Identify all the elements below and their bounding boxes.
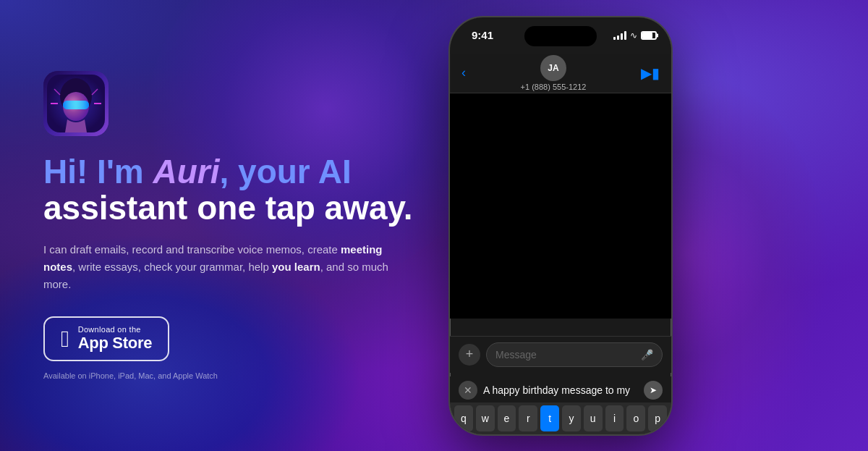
ai-prompt-bar: ✕ A happy birthday message to my ➤ bbox=[450, 376, 671, 404]
back-button[interactable]: ‹ bbox=[461, 65, 466, 80]
right-panel: 9:41 ∿ bbox=[448, 16, 673, 436]
phone-wrapper: 9:41 ∿ bbox=[448, 16, 673, 436]
wifi-icon: ∿ bbox=[630, 30, 637, 41]
status-icons: ∿ bbox=[613, 30, 657, 41]
btn-text: Download on the App Store bbox=[78, 325, 152, 353]
messages-header: ‹ JA +1 (888) 555-1212 ▶▮ bbox=[450, 54, 671, 93]
svg-rect-4 bbox=[63, 101, 89, 109]
contact-avatar: JA bbox=[540, 55, 566, 81]
apple-logo-icon:  bbox=[61, 327, 69, 350]
app-icon bbox=[43, 71, 109, 136]
iphone-mockup: 9:41 ∿ bbox=[448, 16, 673, 436]
signal-bars-icon bbox=[613, 31, 626, 40]
key-i[interactable]: i bbox=[605, 405, 624, 431]
messages-area bbox=[450, 93, 671, 319]
btn-small-text: Download on the bbox=[78, 325, 141, 334]
key-u[interactable]: u bbox=[584, 405, 603, 431]
available-text: Available on iPhone, iPad, Mac, and Appl… bbox=[43, 371, 420, 380]
battery-icon bbox=[641, 31, 657, 40]
headline: Hi! I'm Auri, your AI assistant one tap … bbox=[43, 153, 420, 227]
description: I can draft emails, record and transcrib… bbox=[43, 241, 391, 293]
key-e[interactable]: e bbox=[498, 405, 516, 431]
contact-phone: +1 (888) 555-1212 bbox=[521, 83, 587, 91]
headline-part3: assistant one tap away. bbox=[43, 189, 412, 227]
send-button[interactable]: ➤ bbox=[644, 381, 663, 400]
plus-button[interactable]: + bbox=[459, 344, 480, 366]
headline-auri: Auri bbox=[153, 153, 220, 190]
keyboard: q w e r t y u i o p bbox=[450, 402, 671, 434]
message-placeholder: Message bbox=[495, 349, 635, 361]
key-q[interactable]: q bbox=[454, 405, 473, 431]
btn-large-text: App Store bbox=[78, 334, 152, 353]
contact-info: JA +1 (888) 555-1212 bbox=[521, 55, 587, 91]
message-input-box[interactable]: Message 🎤 bbox=[486, 342, 663, 367]
left-panel: Hi! I'm Auri, your AI assistant one tap … bbox=[43, 71, 448, 381]
headline-hi: Hi! I'm bbox=[43, 153, 153, 190]
headline-part2: , your AI bbox=[220, 153, 352, 190]
message-input-area: + Message 🎤 bbox=[450, 336, 671, 373]
key-r[interactable]: r bbox=[519, 405, 537, 431]
keyboard-row-1: q w e r t y u i o p bbox=[450, 402, 671, 434]
key-w[interactable]: w bbox=[476, 405, 495, 431]
key-y[interactable]: y bbox=[562, 405, 581, 431]
key-o[interactable]: o bbox=[626, 405, 645, 431]
mic-icon: 🎤 bbox=[641, 349, 653, 361]
app-icon-svg bbox=[47, 75, 105, 132]
ai-prompt-text: A happy birthday message to my bbox=[483, 384, 638, 396]
status-time: 9:41 bbox=[472, 29, 493, 41]
dynamic-island bbox=[524, 26, 597, 46]
key-p[interactable]: p bbox=[648, 405, 667, 431]
app-store-button[interactable]:  Download on the App Store bbox=[43, 316, 169, 361]
video-call-icon[interactable]: ▶▮ bbox=[641, 64, 660, 82]
key-t[interactable]: t bbox=[540, 405, 559, 431]
close-circle-button[interactable]: ✕ bbox=[459, 381, 477, 400]
